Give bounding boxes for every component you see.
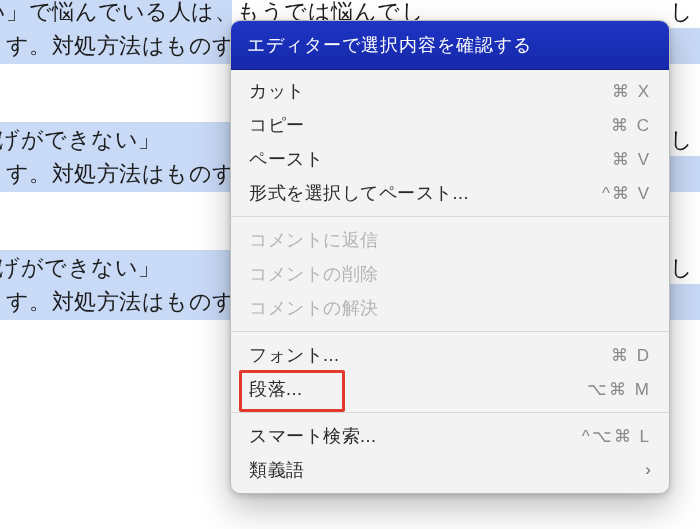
document-text-line: 字下げができない」 [0,122,161,158]
menu-body: カット ⌘ X コピー ⌘ C ペースト ⌘ V 形式を選択してペースト... … [231,70,669,493]
menu-item-label: コメントに返信 [249,228,651,252]
menu-item-label: 段落... [249,377,563,401]
menu-item-reply-comment: コメントに返信 [231,223,669,257]
menu-item-shortcut: ⌘ D [563,345,651,366]
menu-item-shortcut: ⌥⌘ M [563,379,651,400]
menu-item-cut[interactable]: カット ⌘ X [231,74,669,108]
menu-separator [231,331,669,332]
menu-item-shortcut: ⌘ X [563,81,651,102]
menu-item-label: ペースト [249,147,563,171]
menu-item-label: 類義語 [249,458,637,482]
menu-item-shortcut: ⌘ C [563,115,651,136]
menu-item-shortcut: ^⌥⌘ L [563,426,651,447]
menu-item-label: コメントの解決 [249,296,651,320]
menu-item-label: スマート検索... [249,424,563,448]
menu-item-label: フォント... [249,343,563,367]
menu-item-shortcut: ⌘ V [563,149,651,170]
menu-item-font[interactable]: フォント... ⌘ D [231,338,669,372]
menu-item-synonyms[interactable]: 類義語 › [231,453,669,487]
menu-separator [231,216,669,217]
menu-item-label: コメントの削除 [249,262,651,286]
menu-item-delete-comment: コメントの削除 [231,257,669,291]
menu-item-label: カット [249,79,563,103]
document-text-line: し [670,0,694,30]
document-text-line: し [670,122,694,158]
menu-separator [231,412,669,413]
menu-item-label: コピー [249,113,563,137]
menu-item-paste-special[interactable]: 形式を選択してペースト... ^⌘ V [231,176,669,210]
menu-item-resolve-comment: コメントの解決 [231,291,669,325]
document-text-line: 字下げができない」 [0,250,161,286]
context-menu: エディターで選択内容を確認する カット ⌘ X コピー ⌘ C ペースト ⌘ V… [230,20,670,494]
document-text-line: し [670,250,694,286]
chevron-right-icon: › [645,460,651,480]
menu-item-paragraph[interactable]: 段落... ⌥⌘ M [231,372,669,406]
menu-item-label: 形式を選択してペースト... [249,181,563,205]
menu-item-shortcut: ^⌘ V [563,183,651,204]
menu-item-smart-lookup[interactable]: スマート検索... ^⌥⌘ L [231,419,669,453]
menu-header-label: エディターで選択内容を確認する [247,35,532,55]
menu-header[interactable]: エディターで選択内容を確認する [231,21,669,70]
menu-item-copy[interactable]: コピー ⌘ C [231,108,669,142]
menu-item-paste[interactable]: ペースト ⌘ V [231,142,669,176]
